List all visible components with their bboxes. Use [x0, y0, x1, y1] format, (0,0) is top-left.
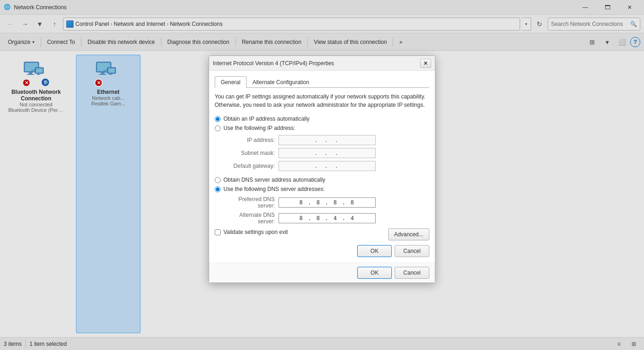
dns-fields-group: Preferred DNS server: Alternate DNS serv…	[224, 196, 429, 225]
secondary-cancel-button[interactable]: Cancel	[395, 267, 429, 279]
preferred-dns-input[interactable]	[279, 197, 376, 208]
ip-fields-group: IP address: Subnet mask: Default gateway…	[224, 135, 429, 171]
dialog-title-bar: Internet Protocol Version 4 (TCP/IPv4) P…	[209, 56, 435, 71]
tab-bar: General Alternate Configuration	[215, 76, 429, 88]
dialog-ok-cancel: OK Cancel	[215, 245, 429, 257]
use-following-ip-item[interactable]: Use the following IP address:	[215, 125, 429, 131]
dialog-content: General Alternate Configuration You can …	[209, 71, 435, 263]
advanced-button[interactable]: Advanced...	[388, 228, 429, 240]
obtain-ip-auto-label[interactable]: Obtain an IP address automatically	[223, 116, 310, 122]
obtain-dns-auto-item[interactable]: Obtain DNS server address automatically	[215, 177, 429, 183]
obtain-ip-auto-item[interactable]: Obtain an IP address automatically	[215, 116, 429, 122]
use-following-dns-label[interactable]: Use the following DNS server addresses:	[223, 186, 325, 192]
use-following-dns-radio[interactable]	[215, 186, 221, 192]
tcp-ipv4-dialog: Internet Protocol Version 4 (TCP/IPv4) P…	[209, 55, 435, 283]
alternate-dns-input[interactable]	[279, 213, 376, 223]
preferred-dns-label: Preferred DNS server:	[224, 196, 275, 209]
tab-alternate-config[interactable]: Alternate Configuration	[247, 76, 316, 88]
validate-label[interactable]: Validate settings upon exit	[223, 229, 288, 235]
dialog-title: Internet Protocol Version 4 (TCP/IPv4) P…	[213, 60, 420, 67]
ip-address-label: IP address:	[224, 137, 275, 143]
dns-section: Obtain DNS server address automatically …	[215, 177, 429, 225]
tab-general[interactable]: General	[215, 76, 247, 88]
secondary-dialog-buttons: OK Cancel	[209, 263, 435, 282]
dialog-overlay: Internet Protocol Version 4 (TCP/IPv4) P…	[0, 0, 644, 350]
cancel-button[interactable]: Cancel	[395, 245, 429, 257]
obtain-dns-auto-radio[interactable]	[215, 177, 221, 183]
obtain-dns-auto-label[interactable]: Obtain DNS server address automatically	[223, 177, 325, 183]
alternate-dns-row: Alternate DNS server:	[224, 212, 429, 225]
dialog-close-button[interactable]: ✕	[420, 59, 431, 68]
dns-radio-group: Obtain DNS server address automatically …	[215, 177, 429, 192]
default-gateway-input[interactable]	[279, 161, 376, 171]
validate-checkbox[interactable]	[215, 229, 221, 235]
ip-address-input[interactable]	[279, 135, 376, 145]
subnet-mask-input[interactable]	[279, 148, 376, 158]
ip-address-row: IP address:	[224, 135, 429, 145]
bottom-row: Validate settings upon exit Advanced...	[215, 228, 429, 240]
secondary-ok-button[interactable]: OK	[357, 267, 392, 279]
preferred-dns-row: Preferred DNS server:	[224, 196, 429, 209]
ok-button[interactable]: OK	[357, 245, 392, 257]
subnet-mask-label: Subnet mask:	[224, 150, 275, 156]
use-following-ip-radio[interactable]	[215, 125, 221, 131]
use-following-ip-label[interactable]: Use the following IP address:	[223, 125, 295, 131]
ip-radio-group: Obtain an IP address automatically Use t…	[215, 116, 429, 131]
alternate-dns-label: Alternate DNS server:	[224, 212, 275, 225]
use-following-dns-item[interactable]: Use the following DNS server addresses:	[215, 186, 429, 192]
validate-row: Validate settings upon exit	[215, 229, 288, 235]
default-gateway-label: Default gateway:	[224, 163, 275, 169]
default-gateway-row: Default gateway:	[224, 161, 429, 171]
subnet-mask-row: Subnet mask:	[224, 148, 429, 158]
description-text: You can get IP settings assigned automat…	[215, 92, 429, 109]
obtain-ip-auto-radio[interactable]	[215, 116, 221, 122]
